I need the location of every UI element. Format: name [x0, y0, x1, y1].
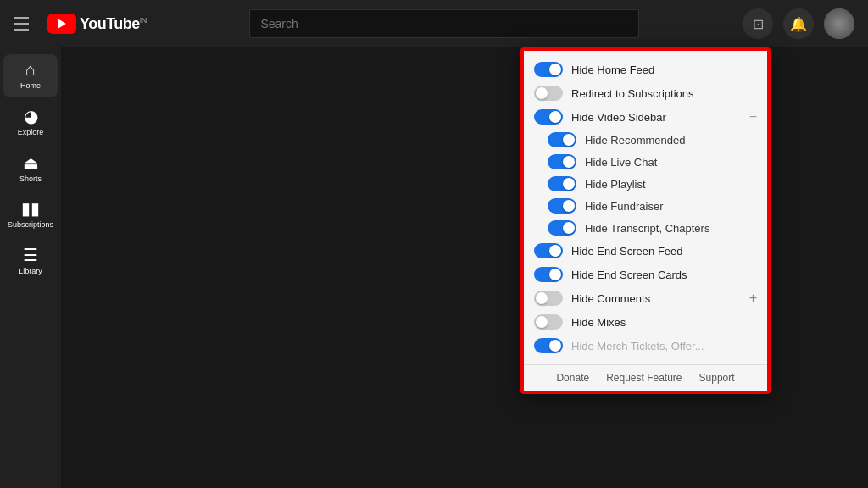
- sidebar-label-shorts: Shorts: [19, 175, 42, 184]
- sidebar-label-explore: Explore: [18, 128, 44, 137]
- redirect-subscriptions-item: Redirect to Subscriptions: [524, 81, 767, 105]
- explore-icon: ◕: [24, 108, 38, 125]
- youtube-logo[interactable]: YouTubeIN: [47, 14, 147, 34]
- hide-merch-label: Hide Merch Tickets, Offer...: [571, 340, 757, 352]
- redirect-subscriptions-toggle[interactable]: [534, 86, 563, 101]
- youtube-logo-text: YouTubeIN: [80, 15, 147, 33]
- hide-end-screen-cards-toggle[interactable]: [534, 267, 563, 282]
- hide-mixes-label: Hide Mixes: [571, 316, 757, 329]
- hide-comments-item: Hide Comments +: [524, 286, 767, 310]
- hide-merch-toggle[interactable]: [534, 338, 563, 353]
- subscriptions-icon: ▮▮: [21, 200, 40, 217]
- hide-recommended-label: Hide Recommended: [585, 134, 757, 147]
- youtube-logo-icon: [47, 14, 76, 34]
- sidebar-item-library[interactable]: ☰ Library: [3, 240, 58, 283]
- hide-fundraiser-label: Hide Fundraiser: [585, 200, 757, 213]
- request-feature-link[interactable]: Request Feature: [606, 372, 682, 384]
- hide-end-screen-cards-label: Hide End Screen Cards: [571, 269, 757, 281]
- youtube-header: YouTubeIN ⊡ 🔔: [0, 0, 868, 47]
- expand-comments-icon[interactable]: +: [749, 291, 757, 306]
- hide-transcript-item: Hide Transcript, Chapters: [524, 217, 767, 239]
- popup-items-list: Hide Home Feed Redirect to Subscriptions…: [524, 51, 767, 364]
- hide-video-sidebar-toggle[interactable]: [534, 109, 563, 125]
- hamburger-menu-button[interactable]: [14, 14, 34, 34]
- hide-playlist-item: Hide Playlist: [524, 173, 767, 195]
- shorts-icon: ⏏: [23, 154, 39, 171]
- cast-icon[interactable]: ⊡: [743, 8, 773, 39]
- sidebar-label-home: Home: [20, 81, 41, 91]
- hide-transcript-toggle[interactable]: [548, 220, 576, 236]
- hide-comments-toggle[interactable]: [534, 291, 563, 306]
- search-input[interactable]: [260, 17, 628, 30]
- home-icon: ⌂: [25, 61, 36, 78]
- hide-home-feed-item: Hide Home Feed: [524, 58, 767, 81]
- sidebar-item-subscriptions[interactable]: ▮▮ Subscriptions: [3, 193, 58, 236]
- avatar-image: [824, 8, 854, 39]
- hide-live-chat-label: Hide Live Chat: [585, 156, 757, 169]
- sidebar-item-shorts[interactable]: ⏏ Shorts: [3, 147, 58, 191]
- redirect-subscriptions-label: Redirect to Subscriptions: [571, 87, 757, 100]
- header-left: YouTubeIN: [14, 14, 147, 34]
- hide-home-feed-toggle[interactable]: [534, 62, 563, 77]
- hide-playlist-label: Hide Playlist: [585, 178, 757, 191]
- hide-end-screen-feed-toggle[interactable]: [534, 243, 563, 258]
- avatar[interactable]: [824, 8, 854, 39]
- hide-fundraiser-toggle[interactable]: [548, 198, 576, 214]
- hide-mixes-item: Hide Mixes: [524, 310, 767, 334]
- hide-mixes-toggle[interactable]: [534, 314, 563, 330]
- hide-live-chat-toggle[interactable]: [548, 154, 576, 169]
- hide-fundraiser-item: Hide Fundraiser: [524, 195, 767, 217]
- library-icon: ☰: [23, 247, 38, 263]
- hide-video-sidebar-label: Hide Video Sidebar: [571, 111, 741, 124]
- search-box: [249, 9, 639, 38]
- hide-recommended-item: Hide Recommended: [524, 129, 767, 151]
- support-link[interactable]: Support: [699, 372, 735, 384]
- sidebar-item-home[interactable]: ⌂ Home: [3, 54, 58, 97]
- youtube-sidebar: ⌂ Home ◕ Explore ⏏ Shorts ▮▮ Subscriptio…: [0, 47, 61, 488]
- hide-live-chat-item: Hide Live Chat: [524, 151, 767, 173]
- hide-recommended-toggle[interactable]: [548, 132, 576, 147]
- sidebar-label-subscriptions: Subscriptions: [8, 220, 53, 230]
- hide-video-sidebar-section: Hide Video Sidebar −: [524, 105, 767, 129]
- hide-end-screen-cards-item: Hide End Screen Cards: [524, 263, 767, 286]
- hide-playlist-toggle[interactable]: [548, 176, 576, 191]
- extension-popup: Hide Home Feed Redirect to Subscriptions…: [520, 47, 771, 394]
- hide-home-feed-label: Hide Home Feed: [571, 64, 757, 76]
- hide-merch-item: Hide Merch Tickets, Offer...: [524, 334, 767, 358]
- hide-end-screen-feed-item: Hide End Screen Feed: [524, 239, 767, 263]
- sidebar-label-library: Library: [19, 267, 42, 276]
- donate-link[interactable]: Donate: [556, 372, 589, 384]
- header-right: ⊡ 🔔: [743, 8, 854, 39]
- header-search: [147, 9, 743, 38]
- popup-footer: Donate Request Feature Support: [524, 364, 767, 391]
- hide-transcript-label: Hide Transcript, Chapters: [585, 222, 757, 235]
- notifications-icon[interactable]: 🔔: [783, 8, 814, 39]
- sidebar-item-explore[interactable]: ◕ Explore: [3, 101, 58, 144]
- collapse-section-icon[interactable]: −: [749, 109, 757, 125]
- hide-comments-label: Hide Comments: [571, 292, 741, 305]
- hide-end-screen-feed-label: Hide End Screen Feed: [571, 245, 757, 258]
